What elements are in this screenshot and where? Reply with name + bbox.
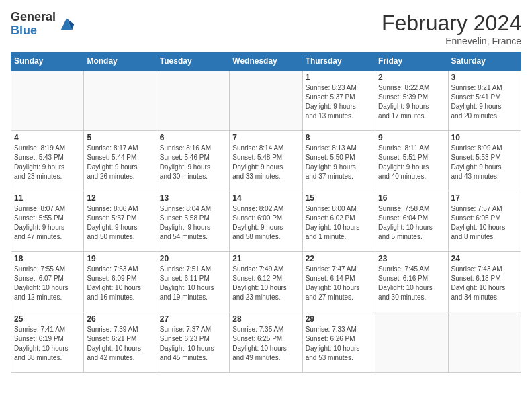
title-block: February 2024 Ennevelin, France: [382, 11, 521, 46]
day-number: 29: [306, 314, 372, 324]
day-info: Sunrise: 8:16 AM Sunset: 5:46 PM Dayligh…: [160, 144, 226, 181]
calendar-cell: 15Sunrise: 8:00 AM Sunset: 6:02 PM Dayli…: [302, 191, 375, 252]
calendar-week-row-0: 1Sunrise: 8:23 AM Sunset: 5:37 PM Daylig…: [11, 71, 521, 131]
calendar-cell: [157, 71, 229, 131]
day-info: Sunrise: 7:39 AM Sunset: 6:21 PM Dayligh…: [87, 325, 153, 363]
day-number: 10: [451, 133, 518, 142]
calendar-header-row: Sunday Monday Tuesday Wednesday Thursday…: [11, 52, 521, 71]
col-thursday: Thursday: [302, 52, 375, 71]
calendar-subtitle: Ennevelin, France: [382, 36, 521, 46]
day-info: Sunrise: 7:35 AM Sunset: 6:25 PM Dayligh…: [232, 325, 299, 363]
day-number: 8: [306, 133, 372, 142]
calendar-cell: 3Sunrise: 8:21 AM Sunset: 5:41 PM Daylig…: [448, 71, 521, 131]
day-info: Sunrise: 8:13 AM Sunset: 5:50 PM Dayligh…: [306, 144, 372, 181]
day-number: 26: [87, 314, 153, 324]
day-info: Sunrise: 7:33 AM Sunset: 6:26 PM Dayligh…: [306, 325, 372, 363]
day-number: 22: [306, 254, 372, 263]
calendar-cell: [230, 71, 302, 131]
day-info: Sunrise: 8:23 AM Sunset: 5:37 PM Dayligh…: [306, 83, 372, 121]
calendar-cell: 18Sunrise: 7:55 AM Sunset: 6:07 PM Dayli…: [11, 252, 84, 312]
calendar-cell: 4Sunrise: 8:19 AM Sunset: 5:43 PM Daylig…: [11, 131, 84, 191]
calendar-cell: 7Sunrise: 8:14 AM Sunset: 5:48 PM Daylig…: [230, 131, 302, 191]
calendar-cell: 20Sunrise: 7:51 AM Sunset: 6:11 PM Dayli…: [157, 252, 229, 312]
calendar-cell: [11, 71, 84, 131]
day-info: Sunrise: 7:41 AM Sunset: 6:19 PM Dayligh…: [14, 325, 81, 363]
calendar-cell: 19Sunrise: 7:53 AM Sunset: 6:09 PM Dayli…: [84, 252, 157, 312]
calendar-cell: 29Sunrise: 7:33 AM Sunset: 6:26 PM Dayli…: [302, 312, 375, 373]
calendar-week-row-3: 18Sunrise: 7:55 AM Sunset: 6:07 PM Dayli…: [11, 252, 521, 312]
col-tuesday: Tuesday: [157, 52, 229, 71]
day-number: 13: [160, 193, 226, 203]
day-number: 14: [232, 193, 299, 203]
day-number: 12: [87, 193, 153, 203]
col-friday: Friday: [375, 52, 448, 71]
calendar-cell: 2Sunrise: 8:22 AM Sunset: 5:39 PM Daylig…: [375, 71, 448, 131]
logo-blue: Blue: [11, 24, 56, 38]
calendar-week-row-2: 11Sunrise: 8:07 AM Sunset: 5:55 PM Dayli…: [11, 191, 521, 252]
logo-icon: [57, 15, 76, 34]
calendar-cell: 12Sunrise: 8:06 AM Sunset: 5:57 PM Dayli…: [84, 191, 157, 252]
calendar-cell: 23Sunrise: 7:45 AM Sunset: 6:16 PM Dayli…: [375, 252, 448, 312]
day-info: Sunrise: 7:57 AM Sunset: 6:05 PM Dayligh…: [451, 204, 518, 242]
day-number: 5: [87, 133, 153, 142]
day-number: 18: [14, 254, 81, 263]
day-number: 16: [378, 193, 445, 203]
day-info: Sunrise: 8:07 AM Sunset: 5:55 PM Dayligh…: [14, 204, 81, 242]
day-info: Sunrise: 8:09 AM Sunset: 5:53 PM Dayligh…: [451, 144, 518, 181]
calendar-cell: 26Sunrise: 7:39 AM Sunset: 6:21 PM Dayli…: [84, 312, 157, 373]
calendar-cell: [448, 312, 521, 373]
logo-text: General Blue: [11, 11, 56, 38]
day-number: 21: [232, 254, 299, 263]
day-info: Sunrise: 8:21 AM Sunset: 5:41 PM Dayligh…: [451, 83, 518, 121]
day-number: 24: [451, 254, 518, 263]
day-info: Sunrise: 7:55 AM Sunset: 6:07 PM Dayligh…: [14, 265, 81, 302]
calendar-cell: 17Sunrise: 7:57 AM Sunset: 6:05 PM Dayli…: [448, 191, 521, 252]
calendar-title: February 2024: [382, 11, 521, 36]
day-number: 3: [451, 73, 518, 82]
col-sunday: Sunday: [11, 52, 84, 71]
day-info: Sunrise: 7:45 AM Sunset: 6:16 PM Dayligh…: [378, 265, 445, 302]
day-info: Sunrise: 8:11 AM Sunset: 5:51 PM Dayligh…: [378, 144, 445, 181]
col-monday: Monday: [84, 52, 157, 71]
day-info: Sunrise: 8:06 AM Sunset: 5:57 PM Dayligh…: [87, 204, 153, 242]
calendar-cell: 25Sunrise: 7:41 AM Sunset: 6:19 PM Dayli…: [11, 312, 84, 373]
calendar-week-row-1: 4Sunrise: 8:19 AM Sunset: 5:43 PM Daylig…: [11, 131, 521, 191]
page-header: General Blue February 2024 Ennevelin, Fr…: [11, 11, 521, 46]
day-number: 27: [160, 314, 226, 324]
day-number: 28: [232, 314, 299, 324]
day-info: Sunrise: 8:19 AM Sunset: 5:43 PM Dayligh…: [14, 144, 81, 181]
day-number: 2: [378, 73, 445, 82]
day-number: 9: [378, 133, 445, 142]
day-info: Sunrise: 8:04 AM Sunset: 5:58 PM Dayligh…: [160, 204, 226, 242]
logo-general: General: [11, 11, 56, 24]
calendar-cell: 16Sunrise: 7:58 AM Sunset: 6:04 PM Dayli…: [375, 191, 448, 252]
calendar-table: Sunday Monday Tuesday Wednesday Thursday…: [11, 52, 521, 373]
day-number: 6: [160, 133, 226, 142]
calendar-cell: 6Sunrise: 8:16 AM Sunset: 5:46 PM Daylig…: [157, 131, 229, 191]
day-number: 25: [14, 314, 81, 324]
calendar-cell: [375, 312, 448, 373]
calendar-cell: 8Sunrise: 8:13 AM Sunset: 5:50 PM Daylig…: [302, 131, 375, 191]
day-info: Sunrise: 7:51 AM Sunset: 6:11 PM Dayligh…: [160, 265, 226, 302]
calendar-cell: 5Sunrise: 8:17 AM Sunset: 5:44 PM Daylig…: [84, 131, 157, 191]
day-info: Sunrise: 8:22 AM Sunset: 5:39 PM Dayligh…: [378, 83, 445, 121]
day-info: Sunrise: 7:53 AM Sunset: 6:09 PM Dayligh…: [87, 265, 153, 302]
day-number: 17: [451, 193, 518, 203]
day-number: 1: [306, 73, 372, 82]
day-number: 11: [14, 193, 81, 203]
day-info: Sunrise: 8:17 AM Sunset: 5:44 PM Dayligh…: [87, 144, 153, 181]
calendar-cell: 14Sunrise: 8:02 AM Sunset: 6:00 PM Dayli…: [230, 191, 302, 252]
calendar-cell: 28Sunrise: 7:35 AM Sunset: 6:25 PM Dayli…: [230, 312, 302, 373]
day-number: 4: [14, 133, 81, 142]
day-info: Sunrise: 7:43 AM Sunset: 6:18 PM Dayligh…: [451, 265, 518, 302]
calendar-cell: 13Sunrise: 8:04 AM Sunset: 5:58 PM Dayli…: [157, 191, 229, 252]
day-info: Sunrise: 7:47 AM Sunset: 6:14 PM Dayligh…: [306, 265, 372, 302]
day-number: 19: [87, 254, 153, 263]
day-info: Sunrise: 7:49 AM Sunset: 6:12 PM Dayligh…: [232, 265, 299, 302]
calendar-cell: 10Sunrise: 8:09 AM Sunset: 5:53 PM Dayli…: [448, 131, 521, 191]
logo: General Blue: [11, 11, 76, 38]
day-info: Sunrise: 8:14 AM Sunset: 5:48 PM Dayligh…: [232, 144, 299, 181]
calendar-cell: 24Sunrise: 7:43 AM Sunset: 6:18 PM Dayli…: [448, 252, 521, 312]
day-info: Sunrise: 8:00 AM Sunset: 6:02 PM Dayligh…: [306, 204, 372, 242]
calendar-cell: 9Sunrise: 8:11 AM Sunset: 5:51 PM Daylig…: [375, 131, 448, 191]
